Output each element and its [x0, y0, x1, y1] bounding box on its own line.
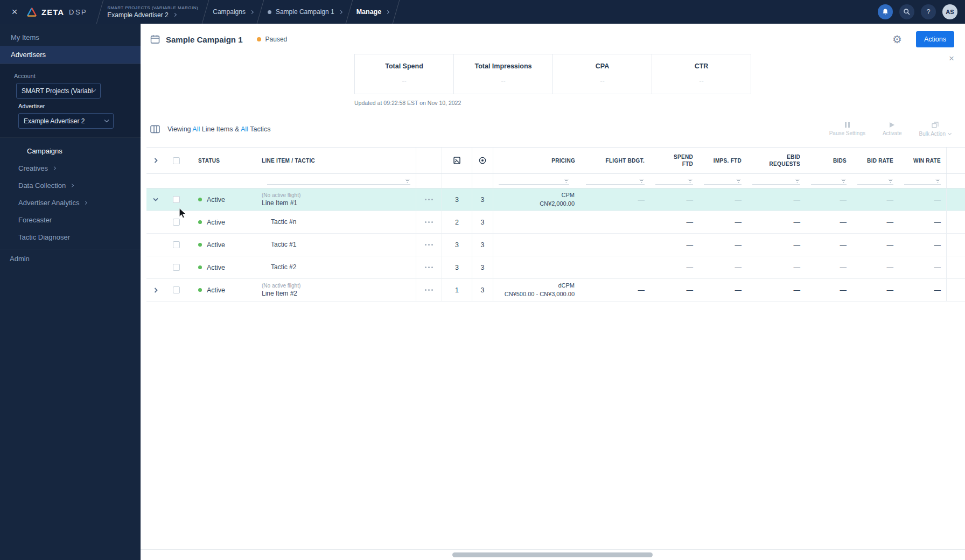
sidebar-item-data-collection[interactable]: Data Collection [0, 177, 141, 194]
row-checkbox[interactable] [173, 219, 180, 226]
breadcrumb-campaign[interactable]: Sample Campaign 1 [268, 0, 342, 24]
notifications-button[interactable] [878, 4, 893, 19]
sidebar-item-campaigns[interactable]: Campaigns [0, 142, 141, 159]
cell-creatives-count[interactable]: 3 [442, 256, 472, 278]
th-targets[interactable] [472, 148, 493, 173]
advertiser-select[interactable]: Example Advertiser 2 [18, 113, 114, 129]
column-settings-button[interactable] [150, 125, 160, 134]
row-actions-button[interactable] [416, 211, 442, 233]
cell-imps-ftd: — [698, 234, 747, 256]
filter-pricing-input[interactable] [499, 178, 569, 185]
th-win-rate[interactable]: WIN RATE [899, 148, 946, 173]
sidebar-item-admin[interactable]: Admin [0, 249, 141, 268]
row-expander[interactable] [146, 279, 165, 301]
th-flight-budget[interactable]: FLIGHT BDGT. [581, 148, 650, 173]
actions-button[interactable]: Actions [916, 31, 954, 47]
row-actions-button[interactable] [416, 256, 442, 278]
search-button[interactable] [899, 4, 914, 19]
cell-creatives-count[interactable]: 3 [442, 188, 472, 211]
viewing-text: Viewing All Line Items & All Tactics [167, 125, 270, 133]
th-bids[interactable]: BIDS [806, 148, 852, 173]
close-icon[interactable]: × [8, 6, 22, 18]
sidebar-item-forecaster[interactable]: Forecaster [0, 211, 141, 228]
cell-creatives-count[interactable]: 3 [442, 234, 472, 256]
row-actions-button[interactable] [416, 188, 442, 211]
row-checkbox[interactable] [173, 241, 180, 248]
table-row-line-item-2[interactable]: Active (No active flight)Line Item #2 1 … [146, 279, 965, 302]
th-overflow [946, 148, 965, 173]
row-actions-button[interactable] [416, 234, 442, 256]
th-pricing[interactable]: PRICING [493, 148, 581, 173]
account-select[interactable]: SMART Projects (Variable M... [16, 83, 101, 99]
table-row-tactic-n[interactable]: Active Tactic #n 2 3 — — — — — — [146, 211, 965, 234]
sidebar-item-creatives[interactable]: Creatives [0, 159, 141, 177]
cell-bids: — [806, 188, 852, 211]
account-label: Account [0, 73, 141, 79]
breadcrumb-manage[interactable]: Manage [356, 0, 389, 24]
sidebar-item-advertiser-analytics[interactable]: Advertiser Analytics [0, 194, 141, 211]
cell-creatives-count[interactable]: 1 [442, 279, 472, 301]
filter-bids-input[interactable] [811, 178, 847, 185]
active-dot-icon [198, 243, 202, 247]
th-status[interactable]: STATUS [187, 148, 255, 173]
help-button[interactable]: ? [921, 4, 936, 19]
filter-win-rate-input[interactable] [904, 178, 941, 185]
activate-button[interactable]: Activate [883, 122, 902, 136]
tactic-name[interactable]: Tactic #2 [271, 263, 296, 271]
all-tactics-link[interactable]: All [241, 125, 248, 133]
settings-gear-button[interactable]: ⚙ [892, 33, 902, 46]
cell-targets-count[interactable]: 3 [472, 256, 493, 278]
filter-imps-ftd-input[interactable] [704, 178, 742, 185]
sidebar-item-advertisers[interactable]: Advertisers [0, 46, 141, 64]
cell-targets-count[interactable]: 3 [472, 234, 493, 256]
main-content: Sample Campaign 1 Paused ⚙ Actions Total… [141, 24, 965, 560]
row-expander[interactable] [146, 188, 165, 211]
table-row-tactic-2[interactable]: Active Tactic #2 3 3 — — — — — — [146, 256, 965, 279]
line-item-name[interactable]: Line Item #2 [262, 289, 300, 298]
avatar[interactable]: AS [942, 4, 957, 19]
table-filter-row [146, 174, 965, 188]
filter-bid-rate-input[interactable] [857, 178, 893, 185]
more-options-icon [425, 267, 433, 268]
row-actions-button[interactable] [416, 279, 442, 301]
logo-triangle-icon [26, 7, 38, 17]
sidebar-item-my-items[interactable]: My Items [0, 29, 141, 46]
bulk-action-button[interactable]: Bulk Action [919, 122, 951, 137]
filter-spend-ftd-input[interactable] [655, 178, 693, 185]
th-imps-ftd[interactable]: IMPS. FTD [698, 148, 747, 173]
cell-status: Active [207, 219, 225, 226]
tactic-name[interactable]: Tactic #n [271, 218, 296, 226]
tactic-name[interactable]: Tactic #1 [271, 240, 296, 249]
all-line-items-link[interactable]: All [192, 125, 200, 133]
table-row-line-item-1[interactable]: Active (No active flight)Line Item #1 3 … [146, 188, 965, 211]
table-row-tactic-1[interactable]: Active Tactic #1 3 3 — — — — — — [146, 234, 965, 256]
breadcrumb-campaigns[interactable]: Campaigns [213, 0, 253, 24]
breadcrumb-advertiser[interactable]: SMART PROJECTS (VARIABLE MARGIN) Example… [107, 0, 198, 24]
th-line-item-tactic[interactable]: LINE ITEM / TACTIC [255, 148, 416, 173]
select-all-checkbox[interactable] [173, 157, 180, 164]
sidebar-item-tactic-diagnoser[interactable]: Tactic Diagnoser [0, 228, 141, 246]
cell-targets-count[interactable]: 3 [472, 279, 493, 301]
pause-settings-button[interactable]: Pause Settings [829, 122, 865, 136]
th-spend-ftd[interactable]: SPEND FTD [650, 148, 698, 173]
th-bid-rate[interactable]: BID RATE [852, 148, 899, 173]
chevron-down-icon [104, 118, 109, 122]
th-creatives[interactable] [442, 148, 472, 173]
filter-line-item-input[interactable] [267, 178, 410, 185]
cell-targets-count[interactable]: 3 [472, 211, 493, 233]
collapse-all-expander[interactable] [146, 148, 165, 173]
horizontal-scrollbar[interactable] [452, 552, 653, 557]
filter-ebid-requests-input[interactable] [752, 178, 800, 185]
row-checkbox[interactable] [173, 196, 180, 203]
filter-flight-budget-input[interactable] [586, 178, 645, 185]
cell-imps-ftd: — [698, 279, 747, 301]
cell-targets-count[interactable]: 3 [472, 188, 493, 211]
more-options-icon [425, 289, 433, 291]
row-checkbox[interactable] [173, 264, 180, 271]
cell-creatives-count[interactable]: 2 [442, 211, 472, 233]
th-ebid-requests[interactable]: EBID REQUESTS [747, 148, 806, 173]
zeta-dsp-logo[interactable]: ZETA DSP [26, 7, 87, 17]
row-checkbox[interactable] [173, 286, 180, 293]
stats-close-button[interactable]: × [949, 54, 954, 63]
line-item-name[interactable]: Line Item #1 [262, 199, 300, 207]
